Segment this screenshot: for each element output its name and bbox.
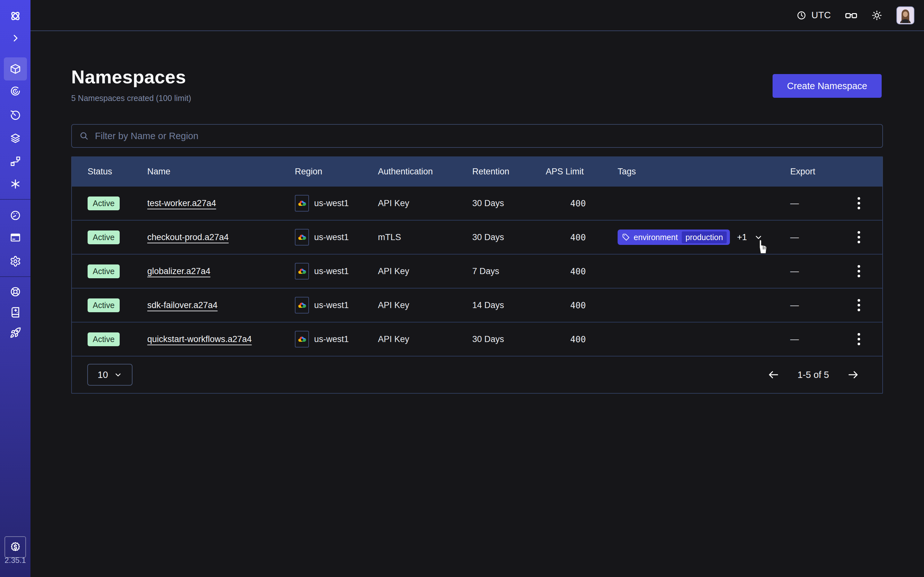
sidebar-item-support[interactable]	[4, 280, 27, 303]
namespace-link[interactable]: test-worker.a27a4	[147, 198, 216, 208]
table-row: Active sdk-failover.a27a4	[72, 288, 882, 322]
pagination-range: 1-5 of 5	[798, 370, 829, 380]
tag-more-count: +1	[737, 232, 747, 242]
gcp-cloud-icon	[295, 297, 309, 314]
aps-value: 400	[546, 266, 618, 276]
retention-value: 30 Days	[472, 334, 546, 344]
workflow-branch-icon	[10, 155, 21, 167]
region-label: us-west1	[314, 198, 349, 208]
aps-value: 400	[546, 198, 618, 208]
status-badge: Active	[87, 332, 120, 346]
top-bar: UTC	[31, 0, 924, 31]
sidebar-item-billing[interactable]	[4, 226, 27, 249]
sidebar-item-settings[interactable]	[4, 250, 27, 273]
sun-icon	[871, 10, 882, 21]
sidebar-divider	[0, 276, 31, 277]
namespaces-cube-icon	[10, 63, 21, 75]
column-header-authentication: Authentication	[378, 167, 472, 177]
tag-pill[interactable]: environment production	[618, 229, 730, 245]
column-header-aps-limit: APS Limit	[546, 167, 618, 177]
gcp-cloud-icon	[295, 331, 309, 348]
gcp-cloud-icon	[295, 229, 309, 245]
table-row: Active checkout-prod.a27a4	[72, 220, 882, 254]
page-subtitle: 5 Namespaces created (100 limit)	[71, 93, 191, 103]
export-value: —	[790, 232, 835, 242]
namespace-link[interactable]: quickstart-workflows.a27a4	[147, 334, 252, 344]
column-header-retention: Retention	[472, 167, 546, 177]
region-label: us-west1	[314, 300, 349, 310]
table-header-row: Status Name Region Authentication Retent…	[72, 156, 882, 187]
page-size-value: 10	[97, 370, 108, 380]
docs-book-icon	[10, 306, 21, 318]
getting-started-rocket-icon	[10, 327, 21, 338]
tags-expand-chevron-icon[interactable]	[754, 233, 763, 242]
export-value: —	[790, 266, 835, 276]
next-page-button[interactable]	[847, 369, 859, 381]
sidebar-item-nexus[interactable]	[4, 79, 27, 103]
auth-value: API Key	[378, 198, 472, 208]
sidebar-item-docs[interactable]	[4, 301, 27, 324]
retention-value: 30 Days	[472, 198, 546, 208]
auth-value: API Key	[378, 266, 472, 276]
previous-page-button[interactable]	[767, 369, 780, 381]
auth-value: API Key	[378, 300, 472, 310]
export-value: —	[790, 334, 835, 344]
status-badge: Active	[87, 197, 120, 210]
region-label: us-west1	[314, 232, 349, 242]
timezone-selector[interactable]: UTC	[796, 10, 831, 21]
sidebar-item-schedules[interactable]	[4, 104, 27, 127]
theme-toggle[interactable]	[871, 10, 882, 21]
sidebar-item-batch[interactable]	[4, 172, 27, 195]
asterisk-icon	[10, 178, 21, 190]
column-header-region: Region	[295, 167, 378, 177]
status-badge: Active	[87, 298, 120, 312]
row-actions-kebab-button[interactable]	[855, 194, 863, 213]
tag-icon	[622, 234, 630, 241]
tag-key: environment	[634, 233, 678, 242]
clock-icon	[796, 11, 806, 20]
aps-value: 400	[546, 334, 618, 344]
page-title: Namespaces	[71, 66, 186, 87]
status-badge: Active	[87, 230, 120, 244]
table-body: Active test-worker.a27a4	[72, 187, 882, 356]
auth-value: API Key	[378, 334, 472, 344]
table-row: Active test-worker.a27a4	[72, 187, 882, 220]
row-actions-kebab-button[interactable]	[855, 330, 863, 348]
sidebar-item-getting-started[interactable]	[4, 321, 27, 344]
column-header-tags: Tags	[618, 167, 790, 177]
gcp-cloud-icon	[295, 195, 309, 211]
namespace-link[interactable]: sdk-failover.a27a4	[147, 300, 218, 310]
sidebar-divider	[0, 199, 31, 200]
sidebar-item-namespaces[interactable]	[4, 57, 27, 81]
row-actions-kebab-button[interactable]	[855, 228, 863, 247]
row-actions-kebab-button[interactable]	[855, 262, 863, 280]
avatar[interactable]	[897, 6, 914, 24]
namespace-link[interactable]: checkout-prod.a27a4	[147, 232, 229, 242]
sidebar-item-deployments[interactable]	[4, 127, 27, 150]
create-namespace-button[interactable]: Create Namespace	[772, 74, 882, 98]
sidebar-nav: 2.35.1	[0, 0, 31, 577]
schedules-timer-icon	[10, 110, 21, 121]
page-size-select[interactable]: 10	[87, 364, 132, 386]
table-footer: 10 1-5 of 5	[72, 356, 882, 393]
tags-group: environment production +1	[618, 229, 763, 245]
column-header-status: Status	[87, 167, 147, 177]
search-icon	[79, 131, 89, 141]
export-value: —	[790, 300, 835, 310]
dev-mode-toggle[interactable]	[845, 11, 857, 20]
deployments-layers-icon	[10, 132, 21, 144]
row-actions-kebab-button[interactable]	[855, 296, 863, 314]
namespace-link[interactable]: globalizer.a27a4	[147, 266, 210, 276]
temporal-logo[interactable]	[4, 5, 27, 27]
nexus-spiral-icon	[10, 85, 21, 97]
sidebar-item-pipelines[interactable]	[4, 150, 27, 173]
namespaces-table: Status Name Region Authentication Retent…	[71, 156, 883, 394]
status-badge: Active	[87, 264, 120, 278]
sidebar-expand-button[interactable]	[4, 27, 27, 50]
pricing-button[interactable]	[5, 536, 26, 558]
sidebar-item-usage[interactable]	[4, 204, 27, 227]
filter-input[interactable]	[94, 131, 875, 142]
retention-value: 30 Days	[472, 232, 546, 242]
chevron-down-icon	[114, 371, 122, 379]
column-header-name: Name	[147, 167, 295, 177]
